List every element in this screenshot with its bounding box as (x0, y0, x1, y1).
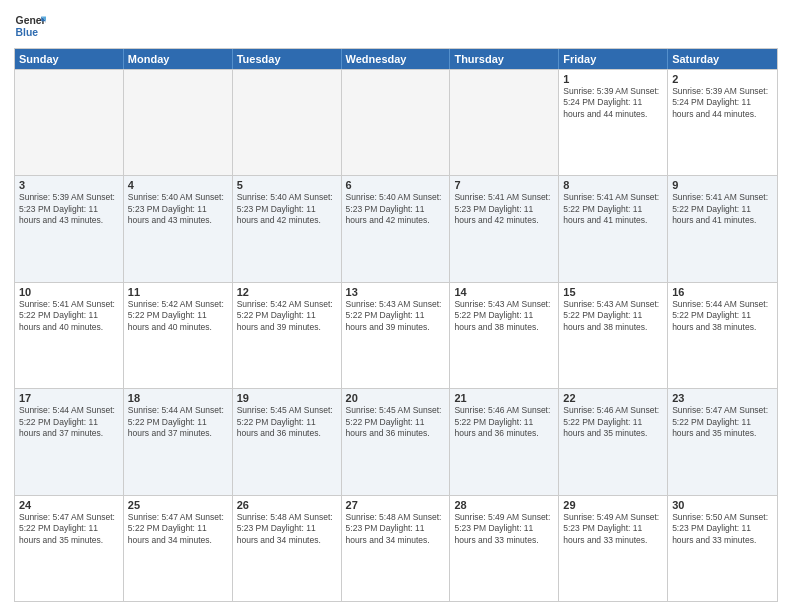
day-cell-15: 15Sunrise: 5:43 AM Sunset: 5:22 PM Dayli… (559, 283, 668, 388)
day-info: Sunrise: 5:43 AM Sunset: 5:22 PM Dayligh… (563, 299, 663, 333)
day-info: Sunrise: 5:48 AM Sunset: 5:23 PM Dayligh… (346, 512, 446, 546)
day-number: 18 (128, 392, 228, 404)
day-number: 5 (237, 179, 337, 191)
day-number: 25 (128, 499, 228, 511)
day-number: 6 (346, 179, 446, 191)
day-cell-18: 18Sunrise: 5:44 AM Sunset: 5:22 PM Dayli… (124, 389, 233, 494)
col-header-tuesday: Tuesday (233, 49, 342, 69)
day-cell-8: 8Sunrise: 5:41 AM Sunset: 5:22 PM Daylig… (559, 176, 668, 281)
day-cell-6: 6Sunrise: 5:40 AM Sunset: 5:23 PM Daylig… (342, 176, 451, 281)
day-info: Sunrise: 5:41 AM Sunset: 5:22 PM Dayligh… (19, 299, 119, 333)
day-cell-17: 17Sunrise: 5:44 AM Sunset: 5:22 PM Dayli… (15, 389, 124, 494)
col-header-thursday: Thursday (450, 49, 559, 69)
logo-icon: General Blue (14, 10, 46, 42)
day-info: Sunrise: 5:41 AM Sunset: 5:22 PM Dayligh… (672, 192, 773, 226)
day-info: Sunrise: 5:41 AM Sunset: 5:23 PM Dayligh… (454, 192, 554, 226)
day-info: Sunrise: 5:42 AM Sunset: 5:22 PM Dayligh… (237, 299, 337, 333)
day-cell-1: 1Sunrise: 5:39 AM Sunset: 5:24 PM Daylig… (559, 70, 668, 175)
day-number: 8 (563, 179, 663, 191)
day-number: 28 (454, 499, 554, 511)
day-number: 20 (346, 392, 446, 404)
col-header-sunday: Sunday (15, 49, 124, 69)
day-cell-26: 26Sunrise: 5:48 AM Sunset: 5:23 PM Dayli… (233, 496, 342, 601)
day-info: Sunrise: 5:43 AM Sunset: 5:22 PM Dayligh… (454, 299, 554, 333)
day-info: Sunrise: 5:49 AM Sunset: 5:23 PM Dayligh… (454, 512, 554, 546)
day-info: Sunrise: 5:39 AM Sunset: 5:23 PM Dayligh… (19, 192, 119, 226)
day-number: 21 (454, 392, 554, 404)
day-number: 23 (672, 392, 773, 404)
day-cell-7: 7Sunrise: 5:41 AM Sunset: 5:23 PM Daylig… (450, 176, 559, 281)
calendar-page: General Blue SundayMondayTuesdayWednesda… (0, 0, 792, 612)
day-number: 11 (128, 286, 228, 298)
day-info: Sunrise: 5:46 AM Sunset: 5:22 PM Dayligh… (563, 405, 663, 439)
day-number: 2 (672, 73, 773, 85)
day-number: 19 (237, 392, 337, 404)
day-info: Sunrise: 5:47 AM Sunset: 5:22 PM Dayligh… (672, 405, 773, 439)
day-info: Sunrise: 5:44 AM Sunset: 5:22 PM Dayligh… (128, 405, 228, 439)
day-info: Sunrise: 5:40 AM Sunset: 5:23 PM Dayligh… (237, 192, 337, 226)
day-number: 26 (237, 499, 337, 511)
day-number: 4 (128, 179, 228, 191)
day-cell-20: 20Sunrise: 5:45 AM Sunset: 5:22 PM Dayli… (342, 389, 451, 494)
day-info: Sunrise: 5:42 AM Sunset: 5:22 PM Dayligh… (128, 299, 228, 333)
day-info: Sunrise: 5:45 AM Sunset: 5:22 PM Dayligh… (237, 405, 337, 439)
day-number: 17 (19, 392, 119, 404)
col-header-friday: Friday (559, 49, 668, 69)
day-cell-21: 21Sunrise: 5:46 AM Sunset: 5:22 PM Dayli… (450, 389, 559, 494)
day-info: Sunrise: 5:39 AM Sunset: 5:24 PM Dayligh… (672, 86, 773, 120)
col-header-monday: Monday (124, 49, 233, 69)
day-number: 12 (237, 286, 337, 298)
day-number: 10 (19, 286, 119, 298)
day-info: Sunrise: 5:40 AM Sunset: 5:23 PM Dayligh… (346, 192, 446, 226)
day-cell-28: 28Sunrise: 5:49 AM Sunset: 5:23 PM Dayli… (450, 496, 559, 601)
day-number: 22 (563, 392, 663, 404)
empty-cell (342, 70, 451, 175)
day-info: Sunrise: 5:43 AM Sunset: 5:22 PM Dayligh… (346, 299, 446, 333)
day-cell-24: 24Sunrise: 5:47 AM Sunset: 5:22 PM Dayli… (15, 496, 124, 601)
day-number: 7 (454, 179, 554, 191)
week-row-1: 1Sunrise: 5:39 AM Sunset: 5:24 PM Daylig… (15, 69, 777, 175)
day-info: Sunrise: 5:47 AM Sunset: 5:22 PM Dayligh… (19, 512, 119, 546)
day-cell-4: 4Sunrise: 5:40 AM Sunset: 5:23 PM Daylig… (124, 176, 233, 281)
day-info: Sunrise: 5:40 AM Sunset: 5:23 PM Dayligh… (128, 192, 228, 226)
week-row-3: 10Sunrise: 5:41 AM Sunset: 5:22 PM Dayli… (15, 282, 777, 388)
day-number: 3 (19, 179, 119, 191)
day-cell-5: 5Sunrise: 5:40 AM Sunset: 5:23 PM Daylig… (233, 176, 342, 281)
day-number: 16 (672, 286, 773, 298)
svg-text:Blue: Blue (16, 27, 39, 38)
day-cell-27: 27Sunrise: 5:48 AM Sunset: 5:23 PM Dayli… (342, 496, 451, 601)
logo: General Blue (14, 10, 46, 42)
empty-cell (450, 70, 559, 175)
day-cell-30: 30Sunrise: 5:50 AM Sunset: 5:23 PM Dayli… (668, 496, 777, 601)
week-row-2: 3Sunrise: 5:39 AM Sunset: 5:23 PM Daylig… (15, 175, 777, 281)
day-cell-13: 13Sunrise: 5:43 AM Sunset: 5:22 PM Dayli… (342, 283, 451, 388)
calendar-body: 1Sunrise: 5:39 AM Sunset: 5:24 PM Daylig… (15, 69, 777, 601)
day-number: 27 (346, 499, 446, 511)
day-number: 14 (454, 286, 554, 298)
day-cell-16: 16Sunrise: 5:44 AM Sunset: 5:22 PM Dayli… (668, 283, 777, 388)
day-info: Sunrise: 5:48 AM Sunset: 5:23 PM Dayligh… (237, 512, 337, 546)
empty-cell (233, 70, 342, 175)
day-info: Sunrise: 5:49 AM Sunset: 5:23 PM Dayligh… (563, 512, 663, 546)
empty-cell (124, 70, 233, 175)
day-info: Sunrise: 5:44 AM Sunset: 5:22 PM Dayligh… (19, 405, 119, 439)
day-cell-25: 25Sunrise: 5:47 AM Sunset: 5:22 PM Dayli… (124, 496, 233, 601)
day-info: Sunrise: 5:45 AM Sunset: 5:22 PM Dayligh… (346, 405, 446, 439)
empty-cell (15, 70, 124, 175)
week-row-5: 24Sunrise: 5:47 AM Sunset: 5:22 PM Dayli… (15, 495, 777, 601)
day-info: Sunrise: 5:46 AM Sunset: 5:22 PM Dayligh… (454, 405, 554, 439)
calendar-header: SundayMondayTuesdayWednesdayThursdayFrid… (15, 49, 777, 69)
col-header-wednesday: Wednesday (342, 49, 451, 69)
day-number: 13 (346, 286, 446, 298)
day-number: 9 (672, 179, 773, 191)
day-info: Sunrise: 5:41 AM Sunset: 5:22 PM Dayligh… (563, 192, 663, 226)
day-info: Sunrise: 5:50 AM Sunset: 5:23 PM Dayligh… (672, 512, 773, 546)
day-number: 24 (19, 499, 119, 511)
day-number: 15 (563, 286, 663, 298)
day-cell-11: 11Sunrise: 5:42 AM Sunset: 5:22 PM Dayli… (124, 283, 233, 388)
day-cell-9: 9Sunrise: 5:41 AM Sunset: 5:22 PM Daylig… (668, 176, 777, 281)
week-row-4: 17Sunrise: 5:44 AM Sunset: 5:22 PM Dayli… (15, 388, 777, 494)
day-number: 1 (563, 73, 663, 85)
header: General Blue (14, 10, 778, 42)
day-cell-3: 3Sunrise: 5:39 AM Sunset: 5:23 PM Daylig… (15, 176, 124, 281)
